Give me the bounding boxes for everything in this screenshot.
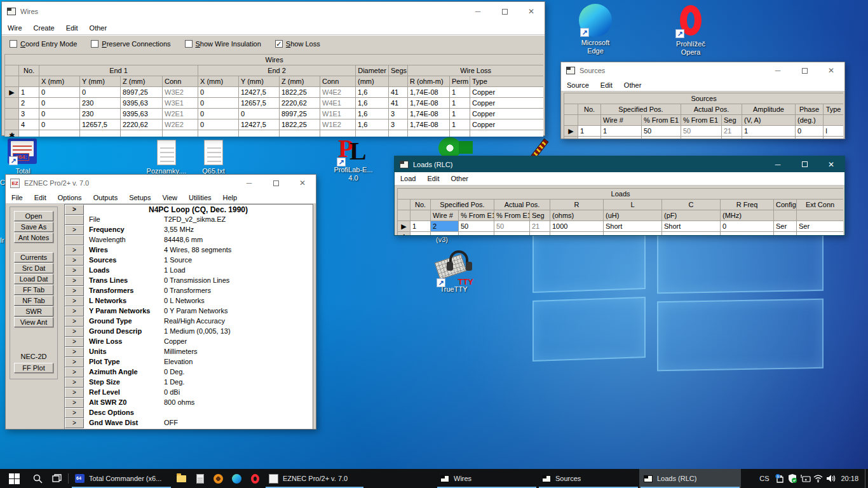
- menu-item-edit[interactable]: Edit: [421, 173, 445, 184]
- grid-cell[interactable]: W3E2: [163, 87, 198, 98]
- grid-cell[interactable]: 1: [450, 109, 470, 119]
- grid-cell[interactable]: 0: [721, 221, 774, 232]
- grid-cell[interactable]: [796, 137, 824, 139]
- expand-arrow-button[interactable]: >: [65, 316, 84, 327]
- new-record-selector[interactable]: ✱: [564, 137, 578, 139]
- expand-arrow-button[interactable]: >: [65, 398, 84, 408]
- grid-cell[interactable]: 1: [410, 221, 431, 232]
- expand-arrow-button[interactable]: >: [65, 266, 84, 276]
- minimize-button[interactable]: ─: [236, 175, 262, 191]
- menu-item-load[interactable]: Load: [395, 173, 421, 184]
- expand-arrow-button[interactable]: >: [65, 347, 84, 357]
- grid-cell[interactable]: Copper: [470, 87, 544, 98]
- grid-cell[interactable]: 12427,5: [239, 87, 280, 98]
- expand-arrow-button[interactable]: >: [65, 418, 84, 428]
- grid-cell[interactable]: W2E1: [163, 109, 198, 119]
- close-button[interactable]: ✕: [289, 175, 316, 191]
- desktop-icon-edge[interactable]: ↗ MicrosoftEdge: [571, 4, 620, 55]
- grid-cell[interactable]: 1822,25: [280, 119, 320, 130]
- grid-cell[interactable]: Short: [662, 221, 721, 232]
- desktop-icon-poznamky[interactable]: Poznamky....: [142, 140, 191, 175]
- currents-button[interactable]: Currents: [14, 252, 53, 262]
- swr-button[interactable]: SWR: [14, 306, 53, 316]
- menu-item-source[interactable]: Source: [561, 80, 595, 90]
- row-selector[interactable]: [5, 109, 19, 119]
- safely-remove-hardware-icon[interactable]: [799, 473, 811, 484]
- grid-cell[interactable]: [604, 232, 662, 236]
- grid-cell[interactable]: [797, 232, 844, 236]
- grid-cell[interactable]: 1,74E-08: [408, 109, 450, 119]
- checkbox-box[interactable]: [91, 40, 98, 48]
- grid-cell[interactable]: 50: [681, 126, 722, 137]
- grid-cell[interactable]: [722, 137, 742, 139]
- grid-cell[interactable]: W4E2: [320, 87, 356, 98]
- expand-arrow-button[interactable]: >: [65, 205, 84, 215]
- minimize-button[interactable]: ─: [764, 156, 791, 172]
- new-record-selector[interactable]: ✱: [5, 130, 19, 137]
- checkbox-show-loss[interactable]: ✓Show Loss: [275, 40, 320, 48]
- menu-item-view[interactable]: View: [156, 193, 183, 203]
- grid-cell[interactable]: [39, 130, 80, 137]
- checkbox-coord-entry-mode[interactable]: Coord Entry Mode: [10, 40, 77, 48]
- grid-cell[interactable]: 1,74E-08: [408, 87, 450, 98]
- grid-cell[interactable]: W1E2: [320, 119, 356, 130]
- grid-cell[interactable]: [121, 130, 163, 137]
- task-view-button[interactable]: [47, 469, 66, 488]
- grid-cell[interactable]: 1,74E-08: [408, 119, 450, 130]
- grid-cell[interactable]: 0: [80, 87, 121, 98]
- language-indicator[interactable]: CS: [755, 475, 773, 482]
- grid-cell[interactable]: W1E1: [320, 109, 356, 119]
- grid-cell[interactable]: 41: [389, 98, 408, 109]
- grid-cell[interactable]: [824, 137, 844, 139]
- grid-cell[interactable]: 12657,5: [80, 119, 121, 130]
- grid-cell[interactable]: [239, 130, 280, 137]
- grid-cell[interactable]: [742, 137, 796, 139]
- open-button[interactable]: Open: [14, 211, 53, 221]
- grid-cell[interactable]: 8997,25: [280, 109, 320, 119]
- grid-cell[interactable]: 0: [198, 119, 239, 130]
- grid-cell[interactable]: W4E1: [320, 98, 356, 109]
- maximize-button[interactable]: [491, 2, 518, 21]
- row-selector[interactable]: ▶: [398, 221, 410, 232]
- grid-cell[interactable]: [601, 137, 642, 139]
- grid-cell[interactable]: 50: [494, 221, 530, 232]
- grid-cell[interactable]: 2220,62: [280, 98, 320, 109]
- tray-app-icon[interactable]: 9: [773, 473, 786, 484]
- expand-arrow-button[interactable]: >: [65, 377, 84, 388]
- view-ant-button[interactable]: View Ant: [14, 317, 53, 327]
- grid-cell[interactable]: 21: [530, 221, 550, 232]
- network-wifi-icon[interactable]: [811, 473, 824, 484]
- grid-cell[interactable]: [163, 130, 198, 137]
- grid-cell[interactable]: 230: [80, 98, 121, 109]
- new-record-selector[interactable]: ✱: [398, 232, 410, 236]
- grid-cell[interactable]: 0: [239, 109, 280, 119]
- grid-cell[interactable]: [494, 232, 530, 236]
- expand-arrow-button[interactable]: >: [65, 337, 84, 347]
- menu-item-edit[interactable]: Edit: [29, 193, 52, 203]
- menu-item-help[interactable]: Help: [217, 193, 243, 203]
- eznec-titlebar[interactable]: EZ EZNEC Pro/2+ v. 7.0 ─ ✕: [6, 175, 316, 191]
- wires-titlebar[interactable]: Wires ─ ✕: [2, 2, 545, 21]
- grid-cell[interactable]: 1822,25: [280, 87, 320, 98]
- expand-arrow-button[interactable]: >: [65, 286, 84, 296]
- grid-cell[interactable]: 1,6: [356, 98, 389, 109]
- start-button[interactable]: [0, 469, 28, 488]
- expand-arrow-button[interactable]: >: [65, 296, 84, 306]
- taskbar-button-eznec-pro-2-v-7-0[interactable]: EZNEC Pro/2+ v. 7.0: [264, 469, 365, 488]
- menu-item-edit[interactable]: Edit: [595, 80, 618, 90]
- grid-cell[interactable]: [320, 130, 356, 137]
- taskbar-button-file-explorer[interactable]: [172, 469, 191, 488]
- menu-item-setups[interactable]: Setups: [123, 193, 156, 203]
- close-button[interactable]: ✕: [518, 2, 545, 21]
- menu-item-file[interactable]: File: [6, 193, 29, 203]
- grid-cell[interactable]: W3E1: [163, 98, 198, 109]
- grid-cell[interactable]: Copper: [470, 98, 544, 109]
- grid-cell[interactable]: [280, 130, 320, 137]
- grid-cell[interactable]: 1,74E-08: [408, 98, 450, 109]
- expand-arrow-button[interactable]: >: [65, 306, 84, 316]
- grid-cell[interactable]: 1: [450, 98, 470, 109]
- grid-cell[interactable]: [80, 130, 121, 137]
- ff-tab-button[interactable]: FF Tab: [14, 285, 53, 295]
- grid-cell[interactable]: 0: [39, 109, 80, 119]
- menu-item-utilities[interactable]: Utilities: [183, 193, 217, 203]
